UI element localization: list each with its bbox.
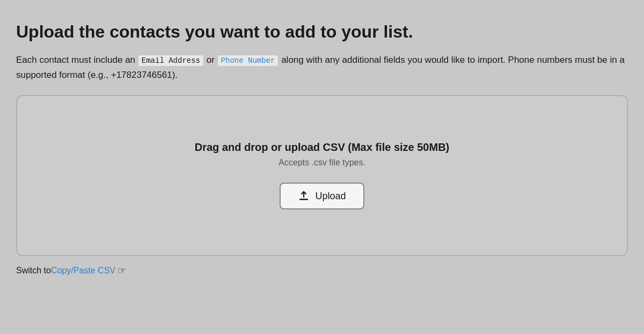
upload-button[interactable]: Upload [280, 183, 364, 209]
drop-zone-subtitle: Accepts .csv file types. [279, 158, 365, 168]
description-before: Each contact must include an [16, 55, 138, 65]
page-title: Upload the contacts you want to add to y… [16, 21, 628, 42]
upload-icon [298, 190, 310, 202]
phone-number-badge: Phone Number [217, 55, 279, 67]
footer-row: Switch to Copy/Paste CSV ☞ [16, 265, 628, 277]
description-text: Each contact must include an Email Addre… [16, 53, 628, 82]
copy-paste-csv-link[interactable]: Copy/Paste CSV [51, 266, 115, 275]
description-or: or [207, 55, 217, 65]
csv-drop-zone[interactable]: Drag and drop or upload CSV (Max file si… [16, 95, 628, 256]
upload-button-label: Upload [315, 191, 346, 202]
email-address-badge: Email Address [138, 55, 204, 67]
drop-zone-title: Drag and drop or upload CSV (Max file si… [195, 141, 450, 154]
switch-prefix: Switch to [16, 266, 51, 275]
cursor-hand-icon: ☞ [118, 265, 126, 277]
svg-rect-0 [299, 199, 308, 200]
